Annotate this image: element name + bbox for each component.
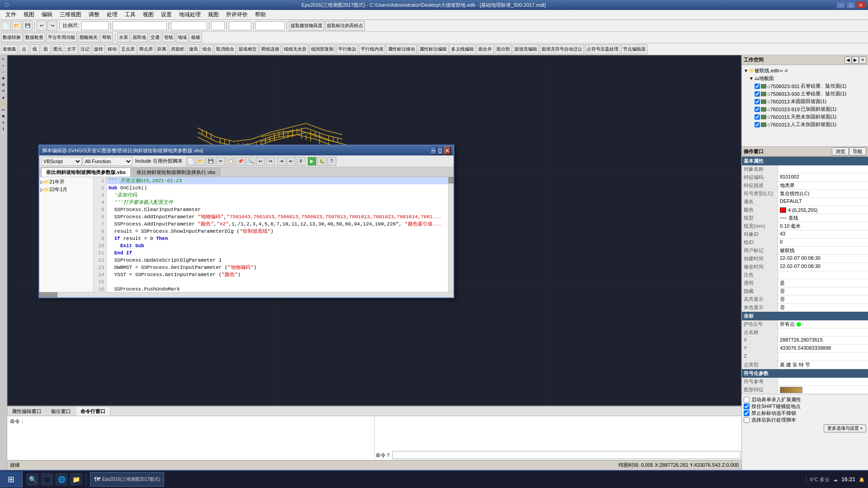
se-cut-btn[interactable]: ✂ bbox=[216, 157, 225, 166]
area-btn[interactable]: 面 bbox=[41, 44, 51, 54]
2line-connect-btn[interactable]: 两线连接 bbox=[259, 44, 281, 54]
measure-icon[interactable]: 📏 bbox=[1, 101, 6, 106]
item-checkbox-1[interactable] bbox=[755, 91, 760, 97]
layer-input[interactable]: DEFAULT bbox=[171, 21, 207, 30]
se-paste-btn[interactable]: 📌 bbox=[236, 157, 245, 166]
se-new-btn[interactable]: 📄 bbox=[186, 157, 195, 166]
border-btn[interactable]: 地域 bbox=[176, 33, 189, 42]
open-btn[interactable]: 📂 bbox=[12, 21, 22, 31]
line-width-input[interactable]: 0.10 毫米 bbox=[255, 21, 285, 30]
list-item[interactable]: ◇ 7601015 天然未加固斜坡面(1) bbox=[755, 113, 866, 121]
no-move-checkbox[interactable] bbox=[744, 410, 750, 416]
pipe-btn[interactable]: 管线 bbox=[162, 33, 175, 42]
platform-fn-btn[interactable]: 平台常用功能 bbox=[46, 33, 77, 42]
list-item[interactable]: ◇ 7601013 人工未加固斜坡面(1) bbox=[755, 121, 866, 128]
cmd-input[interactable] bbox=[392, 451, 741, 459]
ws-nav-next[interactable]: ▶ bbox=[852, 56, 859, 64]
se-find-btn[interactable]: 🔍 bbox=[246, 157, 255, 166]
extract-btn[interactable]: 提取建筑物高度 bbox=[289, 21, 324, 31]
se-hscrollbar[interactable] bbox=[39, 292, 453, 297]
se-copy-btn[interactable]: 📋 bbox=[226, 157, 235, 166]
save-btn[interactable]: 💾 bbox=[23, 21, 33, 31]
undo-btn[interactable]: ↩ bbox=[37, 21, 47, 31]
ws-nav-prev[interactable]: ◀ bbox=[844, 56, 852, 64]
attr-label-edit-btn[interactable]: 属性标注编辑 bbox=[418, 44, 448, 54]
water-btn[interactable]: 水系 bbox=[117, 33, 130, 42]
func-select[interactable]: All Function bbox=[83, 157, 132, 166]
se-scrollbar[interactable] bbox=[448, 177, 453, 292]
ws-close[interactable]: ✕ bbox=[859, 56, 866, 64]
menu-tools[interactable]: 工具 bbox=[121, 10, 139, 19]
start-button[interactable]: ⊞ bbox=[0, 471, 23, 488]
attr-label-move-btn[interactable]: 属性标注移动 bbox=[386, 44, 417, 54]
menu-view2[interactable]: 视图 bbox=[139, 10, 157, 19]
menu-edit[interactable]: 编辑 bbox=[38, 10, 56, 19]
2pt-house-btn[interactable]: 两点房 bbox=[137, 44, 155, 54]
se-undo2-btn[interactable]: ↩ bbox=[256, 157, 265, 166]
combine-btn[interactable]: 组合 bbox=[201, 44, 213, 54]
color-input[interactable]: 4 bbox=[211, 21, 225, 30]
se-close[interactable]: ✕ bbox=[444, 146, 451, 155]
tree-db[interactable]: ▼ 📁 被联线.edb ✏ ↺ bbox=[744, 67, 866, 75]
menu-chart[interactable]: 规图 bbox=[204, 10, 222, 19]
polyline-edit-btn[interactable]: 多义线编辑 bbox=[449, 44, 476, 54]
node-edit-btn[interactable]: 节点编辑器 bbox=[621, 44, 647, 54]
continue-line-btn[interactable]: 续线无光音 bbox=[282, 44, 308, 54]
se-redo2-btn[interactable]: ↪ bbox=[266, 157, 275, 166]
nav-arrow-icon[interactable]: ↖ bbox=[1, 56, 6, 62]
raise-btn[interactable]: 捷高 bbox=[187, 44, 200, 54]
post-select-checkbox[interactable] bbox=[744, 417, 750, 423]
select-btn[interactable]: 发稿集 bbox=[1, 44, 18, 54]
pan-icon[interactable]: ✥ bbox=[1, 75, 6, 81]
scale-input[interactable]: 1:821 bbox=[81, 21, 108, 30]
menu-settings[interactable]: 设置 bbox=[157, 10, 175, 19]
se-tab-1[interactable]: 依比例斜坡绘制坡脚地类参数版.vbs bbox=[41, 168, 131, 177]
extent-icon[interactable]: ⊞ bbox=[1, 82, 6, 87]
menu-view[interactable]: 视图 bbox=[20, 10, 38, 19]
edge-icon[interactable]: 🌐 bbox=[55, 473, 68, 486]
delete-icon[interactable]: ✖ bbox=[1, 113, 6, 119]
search-taskbar-icon[interactable]: 🔍 bbox=[26, 473, 39, 486]
explorer-icon[interactable]: 📁 bbox=[70, 473, 82, 486]
item-checkbox-2[interactable] bbox=[755, 99, 760, 104]
se-code-inner[interactable]: 1 ''' 开发云魅GIS,2021-01-23 2 Sub OnClick()… bbox=[94, 177, 448, 292]
minimize-button[interactable]: ─ bbox=[836, 1, 845, 9]
data-convert-btn[interactable]: 数据转换 bbox=[1, 33, 23, 42]
item-checkbox-4[interactable] bbox=[755, 114, 760, 120]
menu-process[interactable]: 处理 bbox=[103, 10, 121, 19]
face-fill-edit-btn[interactable]: 面填充编辑 bbox=[513, 44, 539, 54]
lang-select[interactable]: VBScript bbox=[41, 157, 82, 166]
menu-adjust[interactable]: 调整 bbox=[85, 10, 103, 19]
tab-cmd[interactable]: 命令行窗口 bbox=[76, 407, 110, 416]
extend-intersect-btn[interactable]: 延续相交 bbox=[237, 44, 259, 54]
list-item[interactable]: ◇ 7601023-919 已加固斜坡面(1) bbox=[755, 105, 866, 113]
menu-assess[interactable]: 所评评价 bbox=[222, 10, 251, 19]
5pt-house-btn[interactable]: 五点房 bbox=[119, 44, 137, 54]
line-copy-btn[interactable]: 线间部复制 bbox=[309, 44, 335, 54]
text-btn[interactable]: 文字 bbox=[65, 44, 78, 54]
ungroup-btn[interactable]: 取消组合 bbox=[214, 44, 236, 54]
se-run-btn[interactable]: ▶ bbox=[307, 157, 316, 166]
se-save-btn[interactable]: 💾 bbox=[206, 157, 215, 166]
se-help3-btn[interactable]: ? bbox=[327, 157, 336, 166]
zoom-out-icon[interactable]: − bbox=[1, 69, 6, 75]
tab-attr-edit[interactable]: 属性编辑窗口 bbox=[7, 407, 47, 416]
auto-expand-checkbox[interactable] bbox=[744, 397, 750, 403]
help2-btn[interactable]: 帮助 bbox=[100, 33, 113, 42]
data-check-btn[interactable]: 数据检查 bbox=[24, 33, 45, 42]
transport-btn[interactable]: 交通 bbox=[149, 33, 161, 42]
scrollbar-thumb[interactable] bbox=[448, 177, 453, 183]
symbol-btn[interactable]: 图元 bbox=[52, 44, 64, 54]
item-checkbox-3[interactable] bbox=[755, 107, 760, 112]
more-settings-btn[interactable]: 更多选项与设置 » bbox=[824, 424, 866, 432]
se-debug-btn[interactable]: 🐛 bbox=[317, 157, 326, 166]
house-area-btn[interactable]: 房面积 bbox=[169, 44, 186, 54]
hscrollbar-thumb[interactable] bbox=[39, 292, 57, 297]
layers-icon[interactable]: ≡ bbox=[1, 120, 6, 125]
menu-geo-process[interactable]: 地域处理 bbox=[175, 10, 204, 19]
feature-code-input[interactable]: 8101002-120 地类号 bbox=[113, 21, 167, 30]
ln-btn[interactable]: 线 bbox=[30, 44, 40, 54]
rotate-btn[interactable]: 旋转 bbox=[92, 44, 105, 54]
face-split-btn[interactable]: 面分割 bbox=[495, 44, 512, 54]
taskbar-app-eps[interactable]: 🗺 Eps2016(三维测图2017图式) bbox=[90, 472, 164, 487]
